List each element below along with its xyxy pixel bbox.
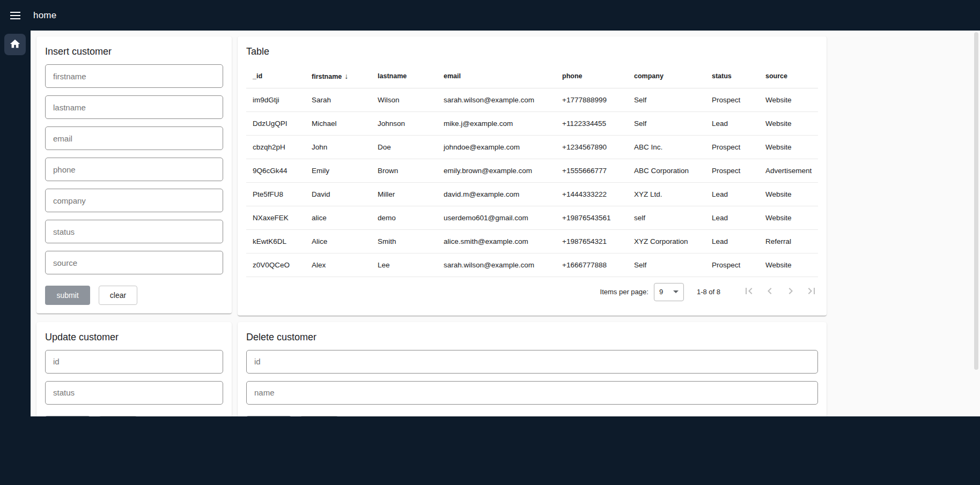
next-page-button[interactable] (784, 286, 797, 299)
table-row: 9Q6cGk44 Emily Brown emily.brown@example… (246, 159, 818, 182)
update-clear-button[interactable]: clear (99, 416, 137, 417)
table-cell: sarah.wilson@example.com (437, 88, 556, 111)
table-cell: +1987654321 (556, 229, 628, 253)
email-input[interactable] (45, 126, 223, 150)
table-title: Table (246, 45, 818, 58)
table-cell: Smith (371, 229, 437, 253)
table-row: z0V0QCeO Alex Lee sarah.wilson@example.c… (246, 253, 818, 277)
table-cell: Doe (371, 135, 437, 159)
phone-input[interactable] (45, 158, 223, 181)
column-header-firstname[interactable]: firstname↓ (305, 64, 371, 88)
last-page-icon (805, 285, 818, 299)
table-cell: +1777888999 (556, 88, 628, 111)
delete-name-input[interactable] (246, 381, 818, 405)
column-header-id[interactable]: _id (246, 64, 305, 88)
column-header-phone[interactable]: phone (556, 64, 628, 88)
table-cell: Lead (705, 229, 759, 253)
table-row: Pte5fFU8 David Miller david.m@example.co… (246, 182, 818, 206)
insert-submit-button[interactable]: submit (45, 286, 90, 305)
sort-arrow-icon: ↓ (344, 72, 348, 80)
status-input[interactable] (45, 220, 223, 243)
customers-table: _id firstname↓ lastname email phone comp… (246, 64, 818, 277)
menu-icon[interactable] (4, 5, 26, 26)
table-cell: alice.smith@example.com (437, 229, 556, 253)
table-cell: Johnson (371, 111, 437, 135)
table-row: cbzqh2pH John Doe johndoe@example.com +1… (246, 135, 818, 159)
column-header-lastname[interactable]: lastname (371, 64, 437, 88)
delete-submit-button[interactable]: submit (246, 416, 291, 417)
table-cell: Alex (305, 253, 371, 277)
page-size-select[interactable]: 9 (654, 283, 684, 301)
table-cell: Prospect (705, 253, 759, 277)
table-cell: Website (759, 206, 818, 229)
table-cell: Prospect (705, 135, 759, 159)
table-cell: NXaxeFEK (246, 206, 305, 229)
table-cell: Referral (759, 229, 818, 253)
table-cell: alice (305, 206, 371, 229)
table-cell: Advertisement (759, 159, 818, 182)
table-cell: ABC Corporation (628, 159, 705, 182)
table-cell: XYZ Ltd. (628, 182, 705, 206)
scrollbar[interactable] (972, 31, 980, 416)
table-cell: Sarah (305, 88, 371, 111)
previous-page-button[interactable] (763, 286, 776, 299)
table-paginator: Items per page: 9 1-8 of 8 (246, 277, 818, 307)
table-cell: Prospect (705, 88, 759, 111)
table-cell: Lead (705, 206, 759, 229)
table-cell: emily.brown@example.com (437, 159, 556, 182)
delete-clear-button[interactable]: clear (300, 416, 338, 417)
table-cell: Lead (705, 111, 759, 135)
delete-customer-card: Delete customer submit clear (238, 322, 827, 417)
table-cell: z0V0QCeO (246, 253, 305, 277)
table-row: im9dGtji Sarah Wilson sarah.wilson@examp… (246, 88, 818, 111)
table-cell: John (305, 135, 371, 159)
table-cell: +1234567890 (556, 135, 628, 159)
firstname-input[interactable] (45, 64, 223, 88)
main-content: Insert customer submit clear Table (31, 31, 980, 416)
sidebar-item-home[interactable] (4, 34, 26, 55)
column-header-status[interactable]: status (705, 64, 759, 88)
table-cell: Michael (305, 111, 371, 135)
table-cell: Brown (371, 159, 437, 182)
chevron-left-icon (763, 285, 776, 299)
table-cell: +1555666777 (556, 159, 628, 182)
column-header-source[interactable]: source (759, 64, 818, 88)
delete-customer-title: Delete customer (246, 331, 818, 344)
table-card: Table _id firstname↓ lastname email phon… (238, 36, 827, 316)
table-cell: +19876543561 (556, 206, 628, 229)
table-cell: Pte5fFU8 (246, 182, 305, 206)
insert-clear-button[interactable]: clear (99, 286, 137, 305)
update-submit-button[interactable]: submit (45, 416, 90, 417)
source-input[interactable] (45, 251, 223, 274)
items-per-page-label: Items per page: (600, 288, 649, 296)
last-page-button[interactable] (805, 286, 818, 299)
table-row: NXaxeFEK alice demo userdemo601@gmail.co… (246, 206, 818, 229)
table-cell: mike.j@example.com (437, 111, 556, 135)
table-cell: Lead (705, 182, 759, 206)
table-cell: +1444333222 (556, 182, 628, 206)
table-cell: Self (628, 88, 705, 111)
column-header-company[interactable]: company (628, 64, 705, 88)
page-range-label: 1-8 of 8 (697, 288, 720, 296)
table-cell: Website (759, 135, 818, 159)
table-cell: cbzqh2pH (246, 135, 305, 159)
table-cell: ABC Inc. (628, 135, 705, 159)
lastname-input[interactable] (45, 95, 223, 119)
first-page-button[interactable] (742, 286, 755, 299)
table-cell: Self (628, 111, 705, 135)
table-cell: Self (628, 253, 705, 277)
scrollbar-thumb[interactable] (974, 32, 978, 370)
home-icon (9, 38, 21, 51)
update-status-input[interactable] (45, 381, 223, 405)
delete-id-input[interactable] (246, 350, 818, 374)
table-cell: XYZ Corporation (628, 229, 705, 253)
table-cell: sarah.wilson@example.com (437, 253, 556, 277)
table-cell: userdemo601@gmail.com (437, 206, 556, 229)
update-id-input[interactable] (45, 350, 223, 374)
table-cell: 9Q6cGk44 (246, 159, 305, 182)
company-input[interactable] (45, 189, 223, 212)
table-cell: self (628, 206, 705, 229)
column-header-email[interactable]: email (437, 64, 556, 88)
table-cell: johndoe@example.com (437, 135, 556, 159)
sidebar (0, 31, 31, 416)
